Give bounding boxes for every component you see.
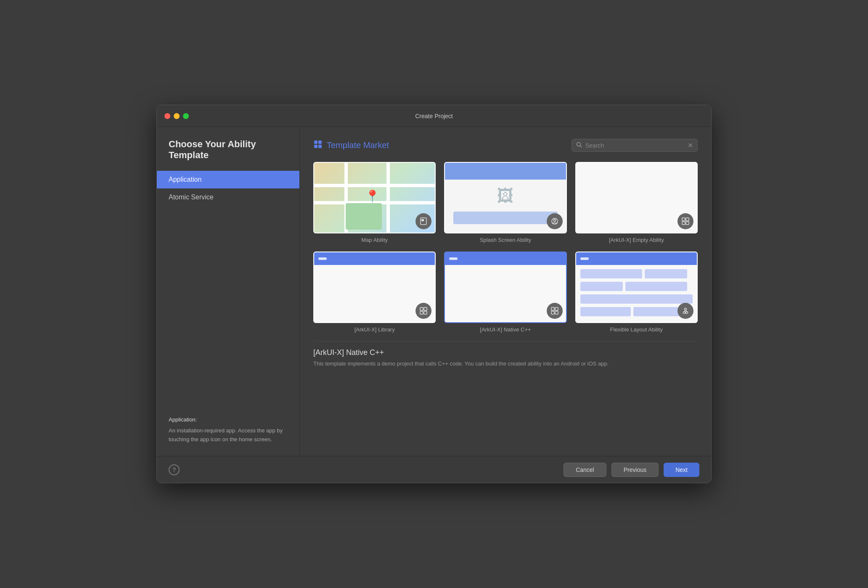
- flex-block-1: [580, 269, 642, 278]
- maximize-button[interactable]: [183, 113, 189, 119]
- flex-row-1: [580, 269, 693, 278]
- create-project-window: Create Project Choose Your Ability Templ…: [156, 105, 712, 483]
- template-name-library: [ArkUI-X] Library: [355, 326, 395, 333]
- market-title: Template Market: [327, 140, 389, 150]
- flex-header-dot: [580, 257, 589, 260]
- splash-image-icon: 🖼: [497, 186, 514, 205]
- sidebar-description: Application: An installation-required ap…: [157, 404, 299, 456]
- template-card-empty-ability[interactable]: [ArkUI-X] Empty Ability: [575, 162, 698, 243]
- svg-rect-2: [314, 145, 318, 148]
- flexible-layout-badge: [677, 303, 693, 319]
- sidebar-item-application[interactable]: Application: [157, 171, 299, 188]
- svg-rect-17: [424, 311, 427, 314]
- native-cpp-badge: [547, 303, 563, 319]
- svg-point-23: [686, 312, 688, 314]
- flex-row-3: [580, 294, 693, 304]
- search-clear-icon[interactable]: ✕: [688, 142, 693, 149]
- template-name-native-cpp: [ArkUI-X] Native C++: [480, 326, 531, 333]
- market-icon: [313, 140, 323, 151]
- right-panel: Template Market ✕: [300, 127, 711, 456]
- splash-header-bar: [445, 163, 566, 180]
- template-thumbnail-native-cpp: [444, 252, 566, 323]
- template-thumbnail-library: [313, 252, 436, 323]
- sidebar-item-atomic-service-label: Atomic Service: [169, 193, 214, 201]
- selected-template-description: This template implements a demo project …: [313, 360, 698, 368]
- template-card-native-cpp[interactable]: [ArkUI-X] Native C++: [444, 252, 566, 333]
- lib-header-dot: [318, 257, 327, 260]
- panel-header-left: Template Market: [313, 140, 389, 151]
- traffic-lights: [164, 113, 189, 119]
- sidebar-item-application-label: Application: [169, 176, 201, 183]
- search-box: ✕: [572, 139, 698, 152]
- window-title: Create Project: [415, 113, 453, 119]
- template-thumbnail-flexible-layout: [575, 252, 698, 323]
- sidebar-heading: Choose Your Ability Template: [157, 139, 299, 171]
- svg-rect-21: [555, 311, 558, 314]
- sidebar-item-atomic-service[interactable]: Atomic Service: [157, 188, 299, 206]
- footer: ? Cancel Previous Next: [157, 456, 711, 483]
- svg-rect-10: [682, 218, 685, 221]
- template-name-flexible-layout: Flexible Layout Ability: [610, 326, 663, 333]
- svg-rect-11: [686, 218, 689, 221]
- flex-block-7: [633, 307, 684, 316]
- flex-row-4: [580, 307, 693, 316]
- flex-header: [576, 252, 697, 265]
- search-icon: [576, 142, 582, 149]
- window-content: Choose Your Ability Template Application…: [157, 127, 711, 483]
- selected-template-title: [ArkUI-X] Native C++: [313, 348, 698, 357]
- template-name-empty-ability: [ArkUI-X] Empty Ability: [609, 237, 664, 243]
- svg-line-26: [685, 310, 687, 312]
- svg-point-24: [685, 308, 687, 310]
- svg-rect-20: [551, 311, 554, 314]
- svg-point-9: [553, 220, 556, 222]
- svg-rect-1: [318, 140, 322, 144]
- footer-buttons: Cancel Previous Next: [564, 463, 699, 477]
- desc-title: Application:: [169, 416, 288, 424]
- template-thumbnail-empty-ability: [575, 162, 698, 233]
- svg-rect-15: [424, 307, 427, 310]
- template-card-map-ability[interactable]: 📍 Map Ability: [313, 162, 436, 243]
- svg-rect-14: [420, 307, 423, 310]
- template-grid: 📍 Map Ability: [313, 162, 698, 333]
- svg-rect-12: [682, 222, 685, 225]
- flex-block-2: [645, 269, 688, 278]
- splash-screen-badge: [547, 213, 563, 229]
- template-thumbnail-splash-screen: 🖼: [444, 162, 566, 233]
- template-name-splash-screen: Splash Screen Ability: [480, 237, 531, 243]
- svg-rect-13: [686, 222, 689, 225]
- close-button[interactable]: [164, 113, 170, 119]
- svg-point-22: [683, 312, 685, 314]
- flex-row-2: [580, 282, 693, 291]
- desc-text: An installation-required app. Access the…: [169, 426, 288, 444]
- template-thumbnail-map-ability: 📍: [313, 162, 436, 233]
- search-input[interactable]: [585, 142, 688, 149]
- next-button[interactable]: Next: [664, 463, 699, 477]
- cancel-button[interactable]: Cancel: [564, 463, 606, 477]
- flex-block-5: [580, 294, 693, 304]
- svg-rect-7: [421, 219, 424, 221]
- svg-rect-19: [555, 307, 558, 310]
- previous-button[interactable]: Previous: [611, 463, 659, 477]
- flex-block-3: [580, 282, 623, 291]
- flex-block-4: [625, 282, 687, 291]
- template-card-splash-screen[interactable]: 🖼: [444, 162, 566, 243]
- help-button[interactable]: ?: [169, 464, 180, 475]
- selected-template-info: [ArkUI-X] Native C++ This template imple…: [313, 341, 698, 368]
- flex-block-6: [580, 307, 631, 316]
- svg-rect-16: [420, 311, 423, 314]
- map-pin-icon: 📍: [365, 189, 380, 203]
- minimize-button[interactable]: [174, 113, 180, 119]
- svg-rect-18: [551, 307, 554, 310]
- svg-rect-0: [314, 140, 318, 144]
- template-name-map-ability: Map Ability: [361, 237, 388, 243]
- main-area: Choose Your Ability Template Application…: [157, 127, 711, 456]
- sidebar: Choose Your Ability Template Application…: [157, 127, 300, 456]
- svg-line-5: [580, 146, 582, 148]
- svg-line-25: [684, 310, 685, 312]
- svg-rect-3: [318, 145, 322, 148]
- titlebar: Create Project: [157, 105, 711, 127]
- panel-header: Template Market ✕: [313, 139, 698, 152]
- template-card-library[interactable]: [ArkUI-X] Library: [313, 252, 436, 333]
- template-card-flexible-layout[interactable]: Flexible Layout Ability: [575, 252, 698, 333]
- lib-header: [314, 252, 435, 265]
